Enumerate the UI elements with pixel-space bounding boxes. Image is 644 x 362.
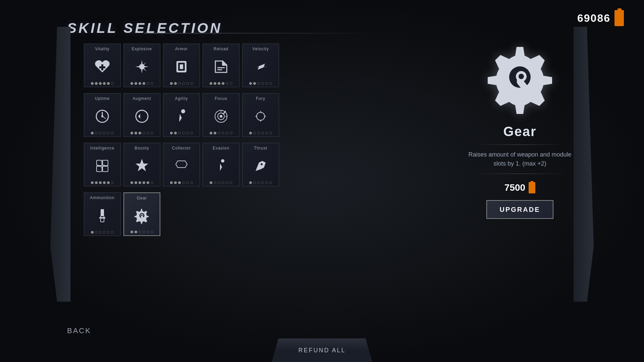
skill-name: Velocity: [252, 47, 269, 51]
skill-dot: [178, 181, 181, 184]
skill-dot: [182, 132, 185, 134]
skill-dot: [99, 82, 102, 85]
skill-dot: [253, 132, 256, 134]
title-area: SKILL SELECTION: [67, 20, 222, 36]
skill-dots: [130, 82, 153, 85]
skill-dot: [230, 132, 232, 134]
skill-dots: [210, 181, 232, 184]
skill-card[interactable]: Fury: [242, 93, 279, 137]
skill-card[interactable]: Collector: [163, 143, 200, 186]
svg-point-37: [519, 74, 524, 79]
skill-dot: [107, 82, 110, 85]
skill-card[interactable]: Reload: [203, 44, 239, 87]
skill-dot: [107, 181, 110, 184]
skill-dot: [174, 82, 177, 85]
skill-dot: [151, 82, 153, 85]
skill-dot: [135, 231, 137, 233]
skill-card[interactable]: Gear: [123, 192, 160, 236]
cost-battery-icon: [529, 182, 535, 193]
skill-dots: [130, 132, 153, 134]
battery-icon: [614, 10, 624, 26]
skill-dot: [143, 231, 145, 233]
skill-card[interactable]: Vitality: [84, 44, 121, 87]
skill-dots: [170, 132, 193, 134]
skill-name: Armor: [175, 47, 188, 51]
skill-dots: [91, 82, 114, 85]
skill-dot: [218, 181, 220, 184]
skill-icon-area: [133, 202, 150, 229]
skill-card[interactable]: Focus: [203, 93, 239, 137]
cost-amount: 7500: [504, 182, 525, 193]
svg-point-11: [181, 109, 185, 113]
skill-card[interactable]: Velocity: [242, 44, 279, 87]
skill-icon-area: [173, 53, 190, 81]
skill-dot: [269, 82, 272, 85]
skill-dot: [151, 132, 153, 134]
detail-description: Raises amount of weapon and module slots…: [463, 150, 577, 168]
skill-card[interactable]: Bounty: [123, 143, 160, 186]
skill-dots: [249, 181, 272, 184]
skill-dot: [111, 82, 114, 85]
skill-card[interactable]: Augment: [123, 93, 160, 137]
skill-card[interactable]: Ammunition: [84, 192, 121, 236]
skill-dot: [226, 132, 228, 134]
svg-point-10: [136, 110, 148, 122]
skill-dot: [269, 181, 272, 184]
skill-name: Explosive: [132, 47, 152, 51]
skill-name: Collector: [172, 146, 191, 150]
skill-card[interactable]: Thrust: [242, 143, 279, 186]
page-container: SKILL SELECTION 69086 VitalityExplosiveA…: [0, 0, 644, 362]
skill-dot: [130, 181, 133, 184]
skill-dot: [210, 181, 212, 184]
skill-dot: [226, 181, 228, 184]
skill-card[interactable]: Uptime: [84, 93, 121, 137]
skill-dot: [103, 231, 106, 234]
skill-dot: [99, 132, 102, 134]
skill-name: Ammunition: [90, 195, 114, 200]
skill-icon-area: [213, 53, 229, 81]
skill-dot: [170, 132, 173, 134]
skill-name: Intelligence: [90, 146, 115, 150]
skill-dots: [210, 82, 232, 85]
upgrade-button[interactable]: UPGRADE: [486, 200, 553, 219]
page-title: SKILL SELECTION: [67, 20, 222, 36]
skill-dot: [103, 132, 106, 134]
skill-dot: [249, 132, 252, 134]
svg-point-27: [221, 159, 224, 163]
skill-dot: [91, 132, 94, 134]
skill-dot: [107, 231, 110, 234]
skill-name: Bounty: [135, 146, 149, 150]
skill-card[interactable]: Evasion: [203, 143, 239, 186]
skill-name: Vitality: [95, 47, 109, 51]
refund-button[interactable]: REFUND ALL: [272, 339, 372, 362]
skill-dots: [130, 231, 153, 233]
skill-dot: [151, 231, 153, 233]
skill-dot: [170, 181, 173, 184]
skill-dot: [190, 82, 193, 85]
skill-dot: [147, 181, 149, 184]
skill-dots: [91, 132, 114, 134]
skill-card[interactable]: Intelligence: [84, 143, 121, 186]
back-button[interactable]: BACK: [67, 326, 91, 335]
svg-rect-18: [97, 160, 102, 166]
skill-name: Gear: [137, 196, 147, 200]
svg-rect-19: [103, 160, 108, 166]
skill-name: Agility: [175, 96, 188, 101]
skill-card[interactable]: Explosive: [123, 44, 160, 87]
svg-marker-26: [136, 159, 148, 171]
skill-dot: [257, 82, 260, 85]
skill-dot: [139, 82, 141, 85]
skill-dot: [222, 181, 224, 184]
skill-dot: [139, 181, 141, 184]
skill-card[interactable]: Agility: [163, 93, 200, 137]
skill-dots: [130, 181, 153, 184]
skill-dots: [210, 132, 232, 134]
skill-dot: [111, 231, 114, 234]
skill-dot: [91, 181, 94, 184]
skill-card[interactable]: Armor: [163, 44, 200, 87]
skill-dot: [174, 181, 177, 184]
detail-panel: Gear Raises amount of weapon and module …: [463, 44, 577, 219]
skill-dot: [230, 82, 232, 85]
skill-dot: [103, 181, 106, 184]
skill-dot: [186, 181, 189, 184]
